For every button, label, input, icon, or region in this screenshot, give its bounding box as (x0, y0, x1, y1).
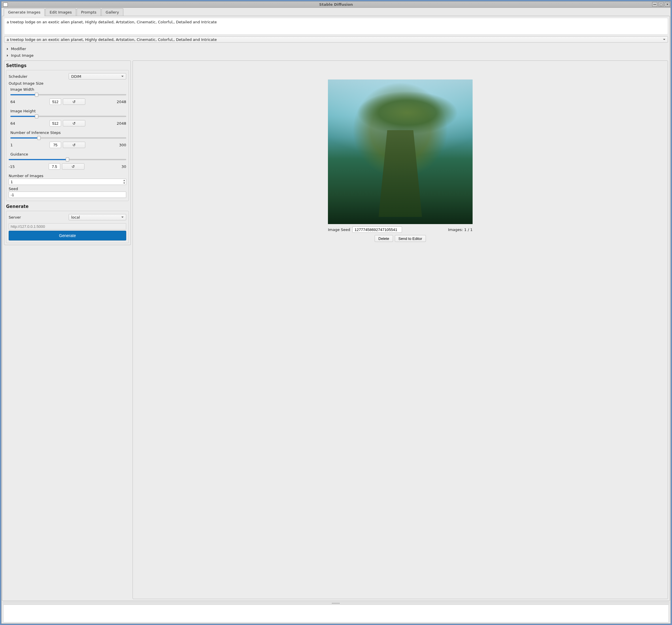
guidance-label: Guidance (10, 152, 126, 156)
guidance-max: 30 (113, 165, 126, 169)
reset-icon: ↺ (73, 121, 76, 126)
prompt-history-dropdown[interactable]: a treetop lodge on an exotic alien plane… (4, 36, 336, 43)
generated-image (328, 79, 336, 224)
image-width-block: Image Width 64 ↺ 20 (10, 87, 126, 105)
app-icon (3, 3, 8, 7)
image-height-reset[interactable]: ↺ (63, 120, 85, 126)
tab-edit-images[interactable]: Edit Images (45, 8, 76, 16)
generate-heading: Generate (6, 204, 129, 209)
expander-input-image-label: Input Image (11, 53, 34, 58)
image-width-reset[interactable]: ↺ (63, 99, 85, 105)
guidance-min: -15 (9, 165, 20, 169)
image-height-min: 64 (10, 121, 22, 126)
image-width-max: 2048 (113, 100, 126, 104)
tab-generate-images[interactable]: Generate Images (4, 8, 45, 16)
scheduler-dropdown[interactable]: DDIM (69, 73, 126, 79)
generate-button[interactable]: Generate (9, 231, 126, 241)
output-size-label: Output Image Size (9, 81, 126, 85)
prompt-textarea[interactable]: a treetop lodge on an exotic alien plane… (4, 18, 336, 34)
server-label: Server (9, 215, 69, 220)
tab-strip: Generate Images Edit Images Prompts Gall… (2, 8, 336, 16)
settings-heading: Settings (6, 63, 129, 68)
image-height-input[interactable] (50, 120, 61, 126)
preview-panel: Image Seed Images: 1 / 1 Delete Send to … (133, 60, 336, 312)
steps-reset[interactable]: ↺ (63, 142, 85, 148)
steps-max: 300 (113, 143, 126, 147)
image-height-slider[interactable] (10, 114, 126, 118)
scheduler-value: DDIM (71, 74, 81, 79)
reset-icon: ↺ (73, 143, 76, 147)
image-width-label: Image Width (10, 87, 126, 92)
caret-right-icon (7, 48, 9, 50)
image-height-label: Image Height (10, 109, 126, 113)
num-images-label: Number of Images (9, 174, 126, 178)
guidance-input[interactable] (49, 163, 60, 170)
num-images-spinner[interactable]: ▲▼ (122, 179, 126, 184)
server-url-input[interactable] (9, 223, 126, 229)
image-seed-label: Image Seed (328, 228, 336, 232)
prompt-history-value: a treetop lodge on an exotic alien plane… (7, 38, 217, 42)
seed-input[interactable] (9, 192, 126, 198)
expander-input-image[interactable]: Input Image (4, 52, 336, 59)
seed-label: Seed (9, 186, 126, 191)
guidance-block: Guidance -15 ↺ 30 (9, 152, 126, 170)
app-window: Stable Diffusion — □ ✕ Generate Images E… (1, 1, 336, 312)
guidance-reset[interactable]: ↺ (62, 163, 85, 170)
server-dropdown[interactable]: local (69, 214, 126, 220)
titlebar: Stable Diffusion — □ ✕ (1, 1, 336, 8)
image-width-input[interactable] (50, 99, 61, 105)
expander-modifier[interactable]: Modifier (4, 46, 336, 52)
scheduler-label: Scheduler (9, 74, 69, 79)
tab-gallery[interactable]: Gallery (101, 8, 123, 16)
num-images-input[interactable] (9, 179, 126, 185)
settings-panel: Settings Scheduler DDIM Output Image Siz… (4, 60, 131, 245)
guidance-slider[interactable] (9, 157, 126, 161)
image-height-block: Image Height 64 ↺ 2 (10, 109, 126, 126)
window-title: Stable Diffusion (1, 2, 336, 7)
steps-label: Number of Inference Steps (10, 130, 126, 135)
steps-min: 1 (10, 143, 22, 147)
reset-icon: ↺ (72, 165, 75, 169)
expander-modifier-label: Modifier (11, 47, 26, 51)
tab-body: a treetop lodge on an exotic alien plane… (2, 16, 336, 312)
steps-input[interactable] (50, 142, 61, 148)
image-width-min: 64 (10, 100, 22, 104)
steps-slider[interactable] (10, 136, 126, 140)
steps-block: Number of Inference Steps 1 ↺ (10, 130, 126, 148)
tab-prompts[interactable]: Prompts (77, 8, 101, 16)
caret-right-icon (7, 54, 9, 57)
server-value: local (71, 215, 80, 220)
image-width-slider[interactable] (10, 93, 126, 97)
reset-icon: ↺ (73, 100, 76, 104)
image-height-max: 2048 (113, 121, 126, 126)
